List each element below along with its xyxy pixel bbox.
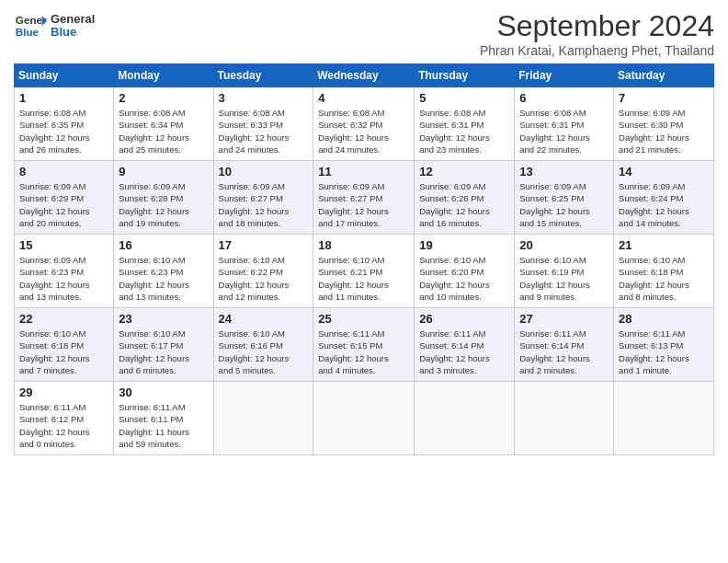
day-number: 15: [19, 238, 108, 252]
day-number: 1: [19, 91, 108, 105]
calendar-day-5: 5Sunrise: 6:08 AMSunset: 6:31 PMDaylight…: [415, 87, 515, 161]
day-info: Sunrise: 6:10 AMSunset: 6:23 PMDaylight:…: [119, 254, 208, 303]
month-title: September 2024: [480, 9, 714, 43]
calendar-day-21: 21Sunrise: 6:10 AMSunset: 6:18 PMDayligh…: [614, 235, 714, 308]
day-info: Sunrise: 6:09 AMSunset: 6:27 PMDaylight:…: [318, 180, 409, 229]
calendar-day-30: 30Sunrise: 6:11 AMSunset: 6:11 PMDayligh…: [114, 382, 213, 455]
logo-icon: General Blue: [14, 9, 47, 42]
calendar-day-6: 6Sunrise: 6:08 AMSunset: 6:31 PMDaylight…: [515, 87, 614, 161]
day-number: 19: [419, 238, 509, 252]
calendar-day-29: 29Sunrise: 6:11 AMSunset: 6:12 PMDayligh…: [15, 382, 114, 455]
header-cell-friday: Friday: [515, 64, 614, 87]
day-info: Sunrise: 6:11 AMSunset: 6:14 PMDaylight:…: [419, 327, 509, 376]
day-number: 6: [519, 91, 609, 105]
calendar-week-row: 15Sunrise: 6:09 AMSunset: 6:23 PMDayligh…: [15, 235, 714, 308]
day-number: 18: [318, 238, 409, 252]
header-cell-monday: Monday: [114, 64, 213, 87]
calendar-day-20: 20Sunrise: 6:10 AMSunset: 6:19 PMDayligh…: [515, 235, 614, 308]
svg-text:Blue: Blue: [16, 26, 40, 38]
calendar-day-4: 4Sunrise: 6:08 AMSunset: 6:32 PMDaylight…: [313, 87, 415, 161]
header-cell-sunday: Sunday: [15, 64, 114, 87]
day-number: 27: [519, 312, 609, 326]
calendar-day-9: 9Sunrise: 6:09 AMSunset: 6:28 PMDaylight…: [114, 161, 213, 235]
day-info: Sunrise: 6:10 AMSunset: 6:20 PMDaylight:…: [419, 254, 509, 303]
day-number: 5: [419, 91, 509, 105]
day-info: Sunrise: 6:08 AMSunset: 6:31 PMDaylight:…: [519, 107, 609, 155]
header-row: SundayMondayTuesdayWednesdayThursdayFrid…: [15, 64, 714, 87]
calendar-week-row: 22Sunrise: 6:10 AMSunset: 6:18 PMDayligh…: [15, 308, 714, 382]
logo-blue: Blue: [51, 26, 95, 39]
day-info: Sunrise: 6:09 AMSunset: 6:27 PMDaylight:…: [219, 180, 309, 229]
day-number: 26: [419, 312, 509, 326]
calendar-day-19: 19Sunrise: 6:10 AMSunset: 6:20 PMDayligh…: [415, 235, 515, 308]
calendar: SundayMondayTuesdayWednesdayThursdayFrid…: [14, 63, 714, 455]
calendar-empty-cell: [415, 382, 515, 455]
day-number: 13: [519, 165, 609, 178]
day-number: 4: [318, 91, 409, 105]
day-info: Sunrise: 6:10 AMSunset: 6:16 PMDaylight:…: [219, 327, 309, 376]
day-number: 12: [419, 165, 509, 178]
day-number: 14: [619, 165, 709, 178]
day-number: 17: [219, 238, 309, 252]
day-number: 24: [219, 312, 309, 326]
day-info: Sunrise: 6:09 AMSunset: 6:23 PMDaylight:…: [19, 254, 108, 303]
calendar-day-7: 7Sunrise: 6:09 AMSunset: 6:30 PMDaylight…: [614, 87, 714, 161]
calendar-day-24: 24Sunrise: 6:10 AMSunset: 6:16 PMDayligh…: [213, 308, 313, 382]
calendar-empty-cell: [515, 382, 614, 455]
calendar-day-22: 22Sunrise: 6:10 AMSunset: 6:18 PMDayligh…: [15, 308, 114, 382]
day-info: Sunrise: 6:11 AMSunset: 6:14 PMDaylight:…: [519, 327, 609, 376]
day-number: 9: [119, 165, 208, 178]
calendar-day-26: 26Sunrise: 6:11 AMSunset: 6:14 PMDayligh…: [415, 308, 515, 382]
calendar-day-25: 25Sunrise: 6:11 AMSunset: 6:15 PMDayligh…: [313, 308, 415, 382]
day-info: Sunrise: 6:08 AMSunset: 6:35 PMDaylight:…: [19, 107, 108, 155]
day-number: 8: [19, 165, 108, 178]
calendar-body: 1Sunrise: 6:08 AMSunset: 6:35 PMDaylight…: [15, 87, 714, 455]
day-info: Sunrise: 6:10 AMSunset: 6:17 PMDaylight:…: [119, 327, 208, 376]
calendar-day-13: 13Sunrise: 6:09 AMSunset: 6:25 PMDayligh…: [515, 161, 614, 235]
calendar-day-1: 1Sunrise: 6:08 AMSunset: 6:35 PMDaylight…: [15, 87, 114, 161]
calendar-empty-cell: [213, 382, 313, 455]
day-number: 10: [219, 165, 309, 178]
logo: General Blue General Blue: [14, 9, 95, 42]
day-number: 11: [318, 165, 409, 178]
day-number: 21: [619, 238, 709, 252]
calendar-day-11: 11Sunrise: 6:09 AMSunset: 6:27 PMDayligh…: [313, 161, 415, 235]
header-cell-wednesday: Wednesday: [313, 64, 415, 87]
day-info: Sunrise: 6:08 AMSunset: 6:34 PMDaylight:…: [119, 107, 208, 155]
header-cell-tuesday: Tuesday: [213, 64, 313, 87]
day-number: 23: [119, 312, 208, 326]
day-info: Sunrise: 6:10 AMSunset: 6:18 PMDaylight:…: [19, 327, 108, 376]
day-info: Sunrise: 6:11 AMSunset: 6:15 PMDaylight:…: [318, 327, 409, 376]
day-info: Sunrise: 6:11 AMSunset: 6:13 PMDaylight:…: [619, 327, 709, 376]
day-number: 30: [119, 385, 208, 399]
calendar-day-18: 18Sunrise: 6:10 AMSunset: 6:21 PMDayligh…: [313, 235, 415, 308]
calendar-header: SundayMondayTuesdayWednesdayThursdayFrid…: [15, 64, 714, 87]
day-info: Sunrise: 6:11 AMSunset: 6:12 PMDaylight:…: [19, 401, 108, 450]
day-info: Sunrise: 6:10 AMSunset: 6:18 PMDaylight:…: [619, 254, 709, 303]
calendar-day-15: 15Sunrise: 6:09 AMSunset: 6:23 PMDayligh…: [15, 235, 114, 308]
day-info: Sunrise: 6:09 AMSunset: 6:25 PMDaylight:…: [519, 180, 609, 229]
day-number: 22: [19, 312, 108, 326]
day-info: Sunrise: 6:09 AMSunset: 6:28 PMDaylight:…: [119, 180, 208, 229]
day-number: 16: [119, 238, 208, 252]
day-info: Sunrise: 6:08 AMSunset: 6:31 PMDaylight:…: [419, 107, 509, 155]
calendar-day-2: 2Sunrise: 6:08 AMSunset: 6:34 PMDaylight…: [114, 87, 213, 161]
calendar-week-row: 1Sunrise: 6:08 AMSunset: 6:35 PMDaylight…: [15, 87, 714, 161]
day-number: 2: [119, 91, 208, 105]
calendar-day-17: 17Sunrise: 6:10 AMSunset: 6:22 PMDayligh…: [213, 235, 313, 308]
day-number: 20: [519, 238, 609, 252]
header-cell-thursday: Thursday: [415, 64, 515, 87]
calendar-day-12: 12Sunrise: 6:09 AMSunset: 6:26 PMDayligh…: [415, 161, 515, 235]
calendar-day-23: 23Sunrise: 6:10 AMSunset: 6:17 PMDayligh…: [114, 308, 213, 382]
calendar-day-8: 8Sunrise: 6:09 AMSunset: 6:29 PMDaylight…: [15, 161, 114, 235]
day-info: Sunrise: 6:08 AMSunset: 6:32 PMDaylight:…: [318, 107, 409, 155]
day-number: 29: [19, 385, 108, 399]
calendar-day-16: 16Sunrise: 6:10 AMSunset: 6:23 PMDayligh…: [114, 235, 213, 308]
calendar-day-14: 14Sunrise: 6:09 AMSunset: 6:24 PMDayligh…: [614, 161, 714, 235]
location-subtitle: Phran Kratai, Kamphaeng Phet, Thailand: [480, 43, 714, 58]
page: General Blue General Blue September 2024…: [0, 0, 728, 563]
header: General Blue General Blue September 2024…: [14, 9, 714, 58]
calendar-day-10: 10Sunrise: 6:09 AMSunset: 6:27 PMDayligh…: [213, 161, 313, 235]
day-number: 25: [318, 312, 409, 326]
day-info: Sunrise: 6:10 AMSunset: 6:19 PMDaylight:…: [519, 254, 609, 303]
